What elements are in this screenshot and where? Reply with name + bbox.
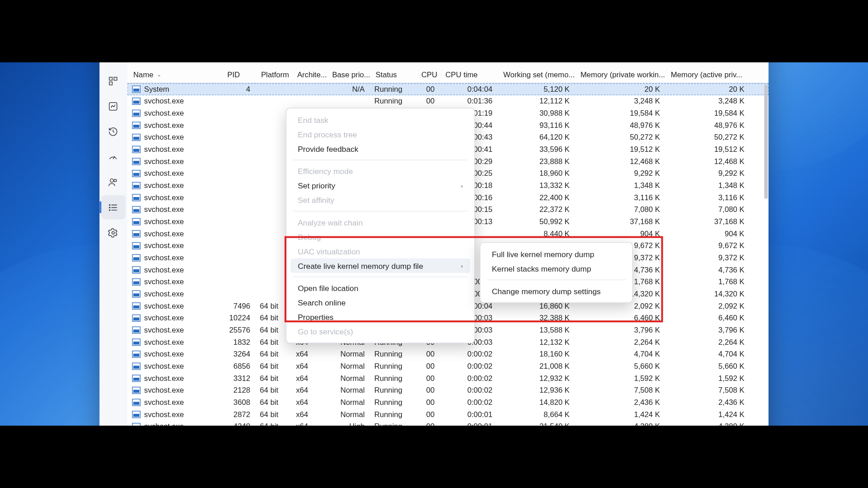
history-icon [108, 126, 118, 136]
nav-services[interactable] [101, 221, 125, 244]
col-base-priority[interactable]: Base prio... [327, 70, 371, 79]
process-icon [132, 206, 141, 213]
process-icon [132, 194, 141, 201]
ctx-set-affinity: Set affinity [291, 193, 470, 207]
ctx-create-dump[interactable]: Create live kernel memory dump file› [291, 258, 470, 273]
vertical-scrollbar[interactable] [764, 84, 768, 199]
process-icon [132, 351, 141, 358]
col-platform[interactable]: Platform [256, 70, 292, 79]
process-icon [132, 242, 141, 249]
separator [293, 160, 468, 160]
col-working-set[interactable]: Working set (memo... [499, 70, 576, 79]
process-icon [132, 291, 141, 298]
svg-rect-9 [109, 77, 113, 80]
ctx-set-priority[interactable]: Set priority› [291, 178, 470, 193]
table-row[interactable]: svchost.exe212864 bitx64NormalRunning000… [127, 385, 769, 397]
process-icon [132, 302, 141, 310]
table-row[interactable]: svchost.exe360864 bitx64NormalRunning000… [127, 396, 769, 408]
sub-full-dump[interactable]: Full live kernel memory dump [485, 247, 628, 262]
separator [293, 277, 468, 277]
table-row[interactable]: svchost.exe287264 bitx64NormalRunning000… [127, 408, 769, 421]
process-icon [132, 363, 141, 370]
svg-rect-10 [114, 77, 117, 80]
process-icon [132, 170, 141, 177]
chart-icon [108, 101, 118, 111]
svg-rect-11 [109, 82, 113, 85]
col-mem-active[interactable]: Memory (active priv... [666, 70, 750, 79]
process-icon [132, 254, 141, 262]
col-mem-private[interactable]: Memory (private workin... [576, 70, 666, 79]
process-icon [132, 134, 141, 141]
process-icon [132, 158, 141, 165]
process-icon [132, 387, 141, 394]
sidebar [99, 38, 127, 479]
svg-point-22 [112, 231, 114, 234]
table-header: Name⌄ PID Platform Archite... Base prio.… [127, 66, 769, 83]
process-icon [132, 122, 141, 129]
nav-performance[interactable] [101, 94, 125, 118]
process-icon [132, 85, 141, 93]
grid-icon [108, 75, 118, 86]
ctx-end-task: End task [291, 113, 470, 127]
sub-stacks-dump[interactable]: Kernel stacks memory dump [485, 262, 628, 276]
sub-change-settings[interactable]: Change memory dump settings [485, 284, 628, 298]
process-icon [132, 110, 141, 117]
process-icon [132, 182, 141, 189]
nav-processes[interactable] [101, 69, 125, 93]
nav-app-history[interactable] [101, 119, 125, 143]
chevron-right-icon: › [461, 182, 463, 189]
process-icon [132, 218, 141, 225]
table-row[interactable]: System4N/ARunning000:04:045,120 K20 K20 … [127, 83, 769, 95]
process-icon [132, 399, 141, 406]
process-icon [132, 266, 141, 273]
ctx-open-location[interactable]: Open file location [291, 281, 470, 295]
svg-point-15 [114, 179, 117, 182]
svg-point-14 [110, 178, 114, 182]
col-status[interactable]: Status [371, 70, 416, 79]
task-manager-window: Task Manager Type a name, publisher, or … [99, 9, 769, 479]
letterbox [0, 426, 868, 488]
ctx-properties[interactable]: Properties [291, 310, 470, 324]
nav-users[interactable] [101, 170, 125, 194]
col-name[interactable]: Name⌄ [128, 70, 222, 79]
svg-point-20 [109, 207, 110, 208]
process-icon [132, 375, 141, 382]
table-row[interactable]: svchost.exeRunning000:01:3612,112 K3,248… [127, 95, 769, 108]
ctx-feedback[interactable]: Provide feedback [291, 141, 470, 156]
list-icon [108, 202, 118, 212]
col-arch[interactable]: Archite... [292, 70, 327, 79]
gauge-icon [108, 151, 118, 162]
gear-icon [108, 227, 118, 238]
table-row[interactable]: svchost.exe326464 bitx64NormalRunning000… [127, 348, 769, 361]
table-row[interactable]: svchost.exe331264 bitx64NormalRunning000… [127, 372, 769, 385]
process-icon [132, 98, 141, 105]
ctx-debug: Debug [291, 230, 470, 244]
svg-point-19 [109, 204, 110, 205]
nav-details[interactable] [101, 195, 125, 219]
ctx-search-online[interactable]: Search online [291, 295, 470, 310]
process-icon [132, 230, 141, 237]
table-row[interactable]: svchost.exe685664 bitx64NormalRunning000… [127, 360, 769, 372]
users-icon [108, 177, 118, 187]
separator [293, 211, 468, 211]
process-icon [132, 327, 141, 334]
col-pid[interactable]: PID [222, 70, 256, 79]
svg-point-21 [109, 209, 110, 210]
ctx-end-tree: End process tree [291, 127, 470, 141]
dump-submenu: Full live kernel memory dump Kernel stac… [480, 242, 633, 303]
chevron-down-icon: ⌄ [157, 71, 162, 77]
separator [487, 280, 626, 280]
col-cpu-time[interactable]: CPU time [441, 70, 499, 79]
process-icon [132, 314, 141, 322]
ctx-uac: UAC virtualization [291, 244, 470, 258]
context-menu: End task End process tree Provide feedba… [286, 108, 475, 343]
ctx-efficiency: Efficiency mode [291, 164, 470, 178]
letterbox [0, 0, 868, 62]
ctx-analyze: Analyze wait chain [291, 215, 470, 230]
col-cpu[interactable]: CPU [416, 70, 440, 79]
ctx-go-to-services: Go to service(s) [291, 324, 470, 338]
nav-startup[interactable] [101, 145, 125, 169]
process-icon [132, 146, 141, 153]
process-icon [132, 338, 141, 346]
process-icon [132, 411, 141, 418]
